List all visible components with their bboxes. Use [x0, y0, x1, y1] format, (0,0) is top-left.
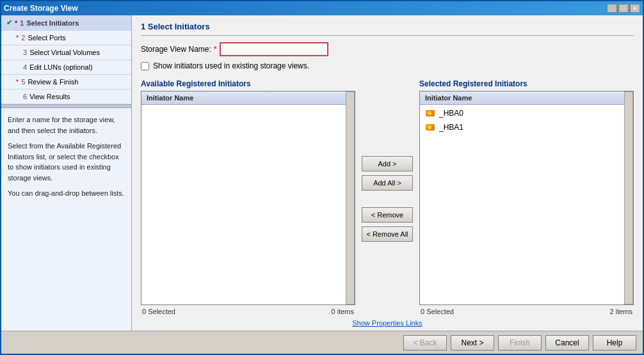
- content-area: ✔ * 1 Select Initiators * 2 Select Ports…: [1, 15, 643, 331]
- sidebar-step-label-4: Edit LUNs (optional): [29, 63, 92, 71]
- transfer-buttons: Add > Add All > < Remove < Remove All: [355, 79, 419, 318]
- selected-list-content: _HBA0 _HBA1: [420, 105, 633, 136]
- list-item[interactable]: _HBA1: [421, 120, 632, 134]
- sidebar: ✔ * 1 Select Initiators * 2 Select Ports…: [1, 15, 132, 331]
- step-star-icon-2: *: [16, 34, 19, 42]
- available-list-content: [141, 105, 355, 107]
- sidebar-step-label-3: Select Virtual Volumes: [29, 49, 100, 56]
- title-bar: Create Storage View _ □ ×: [1, 1, 643, 15]
- initiator-name-1: _HBA1: [439, 123, 463, 132]
- step-num-4: 4: [23, 63, 27, 71]
- step-num-6: 6: [23, 93, 27, 100]
- title-bar-buttons: _ □ ×: [607, 4, 640, 13]
- show-initiators-label: Show initiators used in existing storage…: [153, 61, 309, 70]
- window-footer: < Back Next > Finish Cancel Help: [1, 331, 643, 354]
- finish-button[interactable]: Finish: [498, 335, 542, 351]
- required-star: *: [214, 45, 217, 54]
- main-panel: 1 Select Initiators Storage View Name: *…: [132, 15, 643, 331]
- help-text-1: Enter a name for the storage view, and t…: [8, 114, 125, 136]
- sidebar-step-label-5: Review & Finish: [28, 78, 78, 86]
- sidebar-item-view-results[interactable]: 6 View Results: [1, 90, 131, 104]
- add-button[interactable]: Add >: [362, 156, 413, 171]
- available-scrollbar[interactable]: [346, 91, 355, 304]
- cancel-button[interactable]: Cancel: [545, 335, 589, 351]
- storage-name-label: Storage View Name:: [141, 45, 211, 54]
- available-selected-count: 0 Selected: [142, 308, 175, 315]
- available-list-box: Initiator Name: [141, 91, 355, 305]
- selected-list-box: Initiator Name _HBA0 _HBA1: [419, 91, 634, 305]
- storage-name-row: Storage View Name: *: [141, 42, 634, 56]
- selected-selected-count: 0 Selected: [421, 308, 454, 315]
- step-check-icon: ✔: [6, 19, 12, 27]
- remove-button[interactable]: < Remove: [362, 207, 413, 223]
- show-initiators-checkbox[interactable]: [141, 62, 149, 70]
- available-items-count: 0 items: [332, 308, 354, 315]
- next-button[interactable]: Next >: [451, 335, 494, 351]
- restore-button[interactable]: □: [618, 4, 629, 13]
- list-item[interactable]: _HBA0: [421, 106, 632, 120]
- show-props-row: Show Properties Links: [141, 319, 634, 327]
- show-properties-link[interactable]: Show Properties Links: [352, 319, 422, 327]
- selected-list-panel: Selected Registered Initiators Initiator…: [419, 79, 634, 318]
- sidebar-step-label-2: Select Ports: [28, 34, 65, 42]
- remove-all-button[interactable]: < Remove All: [362, 226, 413, 242]
- selected-list-header: Selected Registered Initiators: [419, 79, 634, 88]
- step-num-2: 2: [21, 34, 25, 42]
- add-all-button[interactable]: Add All >: [362, 175, 413, 191]
- selected-column-header: Initiator Name: [420, 91, 633, 105]
- sidebar-item-review-finish[interactable]: * 5 Review & Finish: [1, 75, 131, 90]
- lists-container: Available Registered Initiators Initiato…: [141, 79, 634, 318]
- sidebar-step-label-6: View Results: [29, 93, 70, 100]
- sidebar-steps: ✔ * 1 Select Initiators * 2 Select Ports…: [1, 15, 131, 104]
- hba-icon-1: [425, 122, 435, 132]
- show-initiators-row: Show initiators used in existing storage…: [141, 61, 634, 70]
- available-list-footer: 0 Selected 0 items: [141, 305, 355, 318]
- selected-items-count: 2 items: [610, 308, 632, 315]
- step-star-icon-5: *: [16, 78, 19, 86]
- storage-name-input[interactable]: [220, 42, 328, 56]
- sidebar-help: Enter a name for the storage view, and t…: [1, 108, 131, 210]
- help-button[interactable]: Help: [593, 335, 636, 351]
- sidebar-item-select-initiators[interactable]: ✔ * 1 Select Initiators: [1, 15, 131, 31]
- hba-icon-0: [425, 108, 435, 118]
- step-num: 1: [20, 19, 24, 27]
- sidebar-step-label: Select Initiators: [26, 19, 79, 27]
- selected-list-footer: 0 Selected 2 items: [419, 305, 634, 318]
- window-title: Create Storage View: [4, 4, 78, 13]
- sidebar-item-select-volumes[interactable]: 3 Select Virtual Volumes: [1, 45, 131, 60]
- panel-title: 1 Select Initiators: [141, 22, 634, 36]
- step-star-icon: *: [15, 19, 17, 27]
- minimize-button[interactable]: _: [607, 4, 617, 13]
- selected-scrollbar[interactable]: [624, 91, 633, 304]
- available-list-panel: Available Registered Initiators Initiato…: [141, 79, 355, 318]
- sidebar-item-edit-luns[interactable]: 4 Edit LUNs (optional): [1, 60, 131, 75]
- available-column-header: Initiator Name: [141, 91, 355, 105]
- help-text-2: Select from the Available Registered Ini…: [8, 141, 125, 183]
- back-button[interactable]: < Back: [403, 335, 447, 351]
- initiator-name-0: _HBA0: [439, 109, 463, 118]
- available-list-header: Available Registered Initiators: [141, 79, 355, 88]
- close-button[interactable]: ×: [630, 4, 640, 13]
- create-storage-view-window: Create Storage View _ □ × ✔ * 1 Select I…: [0, 0, 644, 355]
- help-text-3: You can drag-and-drop between lists.: [8, 188, 125, 199]
- step-num-5: 5: [21, 78, 25, 86]
- step-num-3: 3: [23, 49, 27, 56]
- sidebar-item-select-ports[interactable]: * 2 Select Ports: [1, 31, 131, 45]
